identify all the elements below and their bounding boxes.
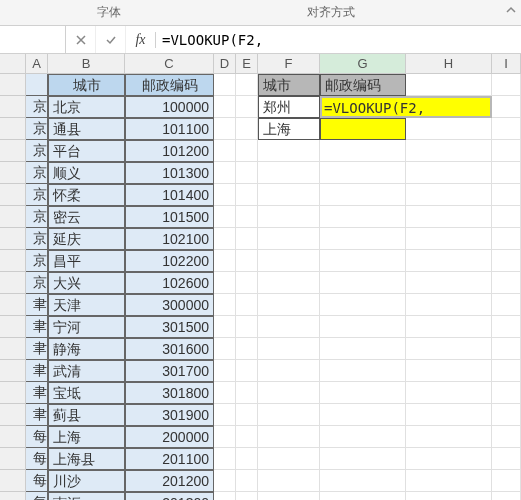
code-cell[interactable]: 301500: [125, 316, 214, 338]
cell[interactable]: [214, 118, 236, 140]
city-cell[interactable]: 上海: [48, 426, 125, 448]
cell[interactable]: [258, 448, 320, 470]
cell[interactable]: [214, 448, 236, 470]
row-header[interactable]: [0, 404, 26, 426]
cell[interactable]: [406, 228, 492, 250]
city-cell[interactable]: 怀柔: [48, 184, 125, 206]
cell[interactable]: [406, 360, 492, 382]
cell[interactable]: [320, 470, 406, 492]
cell[interactable]: [236, 316, 258, 338]
cell[interactable]: 京: [26, 250, 48, 272]
cell[interactable]: 京: [26, 118, 48, 140]
cell[interactable]: [214, 206, 236, 228]
cell[interactable]: [214, 360, 236, 382]
code-cell[interactable]: 101200: [125, 140, 214, 162]
active-formula-cell[interactable]: =VLOOKUP(F2,: [320, 96, 406, 118]
code-cell[interactable]: 301800: [125, 382, 214, 404]
cell[interactable]: 聿: [26, 360, 48, 382]
cell[interactable]: [258, 382, 320, 404]
name-box[interactable]: [0, 26, 66, 53]
city-cell[interactable]: 昌平: [48, 250, 125, 272]
col-header-D[interactable]: D: [214, 54, 236, 73]
cell[interactable]: 京: [26, 272, 48, 294]
cell[interactable]: 每: [26, 492, 48, 500]
cell[interactable]: [236, 492, 258, 500]
cell[interactable]: [236, 426, 258, 448]
cell[interactable]: [492, 294, 521, 316]
cell[interactable]: [214, 404, 236, 426]
select-all-corner[interactable]: [0, 54, 26, 73]
cell[interactable]: [492, 96, 521, 118]
code-cell[interactable]: 102100: [125, 228, 214, 250]
cell[interactable]: [320, 162, 406, 184]
city-cell[interactable]: 川沙: [48, 470, 125, 492]
cell[interactable]: 聿: [26, 294, 48, 316]
row-header[interactable]: [0, 250, 26, 272]
row-header[interactable]: [0, 140, 26, 162]
code-cell[interactable]: 201200: [125, 470, 214, 492]
code-cell[interactable]: 201300: [125, 492, 214, 500]
row-header[interactable]: [0, 118, 26, 140]
cell[interactable]: [214, 184, 236, 206]
row-header[interactable]: [0, 206, 26, 228]
collapse-ribbon-icon[interactable]: [501, 0, 521, 25]
cell[interactable]: [236, 74, 258, 96]
row-header[interactable]: [0, 74, 26, 96]
city-cell[interactable]: 通县: [48, 118, 125, 140]
grid-area[interactable]: 城市邮政编码城市邮政编码京北京100000郑州=VLOOKUP(F2,京通县10…: [0, 74, 521, 500]
cell[interactable]: 京: [26, 140, 48, 162]
cell[interactable]: 每: [26, 426, 48, 448]
cell[interactable]: 聿: [26, 404, 48, 426]
cell[interactable]: 聿: [26, 338, 48, 360]
cell[interactable]: [406, 118, 492, 140]
code-cell[interactable]: 101400: [125, 184, 214, 206]
cell[interactable]: [492, 404, 521, 426]
cell[interactable]: [320, 492, 406, 500]
code-cell[interactable]: 301700: [125, 360, 214, 382]
cell[interactable]: [320, 140, 406, 162]
row-header[interactable]: [0, 294, 26, 316]
cell[interactable]: [406, 294, 492, 316]
cell[interactable]: [406, 426, 492, 448]
cell[interactable]: 京: [26, 96, 48, 118]
cell[interactable]: [236, 96, 258, 118]
lookup-header-code[interactable]: 邮政编码: [320, 74, 406, 96]
cell[interactable]: [236, 162, 258, 184]
cell[interactable]: [26, 74, 48, 96]
cell[interactable]: 聿: [26, 316, 48, 338]
row-header[interactable]: [0, 470, 26, 492]
cell[interactable]: [406, 448, 492, 470]
cell[interactable]: 每: [26, 448, 48, 470]
cell[interactable]: [214, 96, 236, 118]
cell[interactable]: [258, 140, 320, 162]
lookup-city[interactable]: 上海: [258, 118, 320, 140]
lookup-header-city[interactable]: 城市: [258, 74, 320, 96]
cell[interactable]: [406, 140, 492, 162]
cell[interactable]: [492, 228, 521, 250]
code-cell[interactable]: 101500: [125, 206, 214, 228]
cell[interactable]: [214, 426, 236, 448]
cell[interactable]: [236, 294, 258, 316]
code-cell[interactable]: 100000: [125, 96, 214, 118]
cell[interactable]: [236, 448, 258, 470]
cell[interactable]: [236, 470, 258, 492]
row-header[interactable]: [0, 382, 26, 404]
cell[interactable]: [406, 206, 492, 228]
cell[interactable]: [406, 338, 492, 360]
row-header[interactable]: [0, 448, 26, 470]
cell[interactable]: [214, 272, 236, 294]
cell[interactable]: [236, 382, 258, 404]
city-cell[interactable]: 顺义: [48, 162, 125, 184]
cell[interactable]: [492, 184, 521, 206]
cell[interactable]: [214, 74, 236, 96]
city-cell[interactable]: 平台: [48, 140, 125, 162]
row-header[interactable]: [0, 316, 26, 338]
row-header[interactable]: [0, 492, 26, 500]
row-header[interactable]: [0, 162, 26, 184]
cell[interactable]: 聿: [26, 382, 48, 404]
lookup-city[interactable]: 郑州: [258, 96, 320, 118]
city-cell[interactable]: 延庆: [48, 228, 125, 250]
cell[interactable]: [406, 470, 492, 492]
cell[interactable]: [492, 426, 521, 448]
cancel-icon[interactable]: [66, 26, 96, 53]
